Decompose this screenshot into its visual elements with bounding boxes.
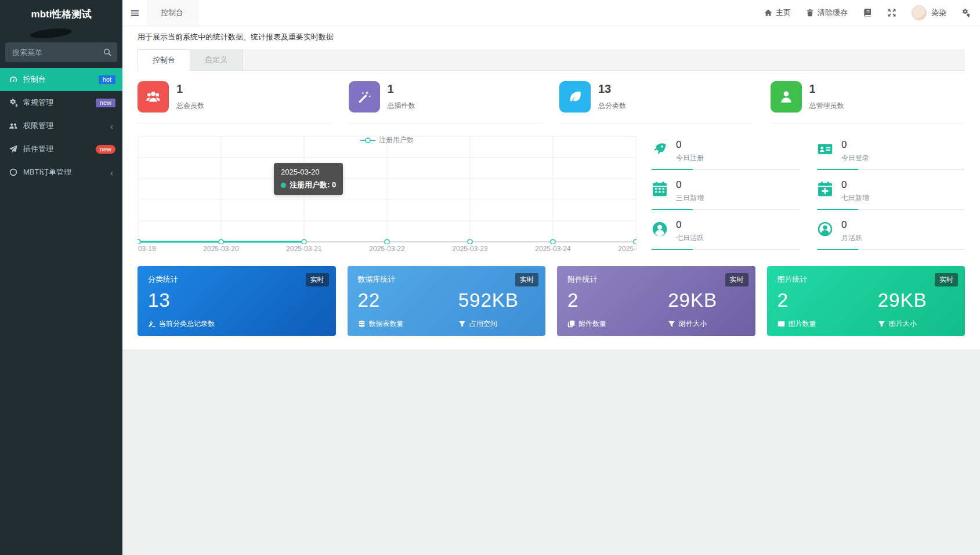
user-icon [779,89,794,104]
language-book-icon[interactable] [863,8,872,17]
chart-canvas [138,134,637,244]
stat-label: 总会员数 [176,101,204,111]
mini-stat-three-day-new: 0 三日新增 [652,176,800,210]
mini-stat-monthly-active: 0 月活跃 [817,216,965,250]
tab-custom[interactable]: 自定义 [190,49,243,70]
leaf-icon [567,89,583,104]
cogs-icon [9,98,18,107]
tooltip-value: 注册用户数: 0 [290,180,336,190]
stat-label: 总管理员数 [809,101,844,111]
sidebar-item-dashboard[interactable]: 控制台 hot [0,68,122,91]
search-input[interactable] [5,42,117,62]
sidebar-toggle-button[interactable] [122,0,147,26]
stat-total-categories: 13 总分类数 [559,81,753,124]
sidebar-item-label: 插件管理 [23,144,96,154]
card-secondary-value: 29KB [668,289,717,311]
card-secondary-label: 图片大小 [878,319,917,329]
user-circle-icon [652,221,668,237]
card-value: 2 [778,289,789,311]
card-secondary-label: 附件大小 [668,319,707,329]
fullscreen-icon[interactable] [887,8,896,17]
gavel-icon [148,320,156,328]
x-axis-label: 2025-03-25 [618,245,637,253]
mini-value: 0 [841,139,965,151]
rocket-icon [652,141,668,157]
x-axis-label: 2025-03-19 [138,245,156,253]
sidebar-item-general[interactable]: 常规管理 new [0,91,122,114]
sidebar-item-label: MBTI订单管理 [23,167,110,177]
tooltip-date: 2025-03-20 [281,168,336,176]
tab-dashboard[interactable]: 控制台 [138,49,190,71]
legend-line-icon [360,137,375,143]
x-axis-label: 2025-03-24 [535,245,570,253]
chevron-left-icon: ‹ [110,168,115,177]
mini-stat-today-registered: 0 今日注册 [652,136,800,170]
mini-value: 0 [841,179,965,191]
mini-label: 月活跃 [841,233,965,243]
search-icon[interactable] [103,48,112,57]
realtime-badge: 实时 [306,273,329,286]
paper-plane-icon [9,144,18,154]
home-link[interactable]: 主页 [764,8,791,18]
card-database-stats: 数据库统计 实时 22 592KB 数据表数量 占用空间 [348,266,546,336]
card-title: 数据库统计 [358,274,396,285]
realtime-badge: 实时 [725,273,748,286]
card-label: 图片数量 [778,319,816,329]
stat-total-members: 1 总会员数 [138,81,331,124]
settings-gears-icon[interactable] [961,8,971,17]
stat-label: 总分类数 [598,101,626,111]
chevron-left-icon: ‹ [110,121,115,131]
legend-label: 注册用户数 [379,135,414,145]
sidebar-item-label: 常规管理 [23,97,96,108]
middle-row: 注册用户数 2025-03-20 注册用户数: 0 2025-03-19 202… [138,134,965,257]
sidebar-item-plugins[interactable]: 插件管理 new [0,137,122,161]
mini-value: 0 [676,139,800,151]
navbar-right: 主页 清除缓存 染染 [764,0,980,26]
sidebar-item-mbti-orders[interactable]: MBTI订单管理 ‹ [0,161,122,184]
trash-icon [806,9,814,17]
chart-legend[interactable]: 注册用户数 [360,135,414,145]
mini-value: 0 [841,219,965,231]
main-content: 用于展示当前系统中的统计数据、统计报表及重要实时数据 控制台 自定义 1 总会员… [122,26,980,555]
page-intro: 用于展示当前系统中的统计数据、统计报表及重要实时数据 [138,30,965,49]
x-axis-label: 2025-03-22 [369,245,404,253]
mini-label: 七日活跃 [676,233,800,243]
user-avatar [912,5,927,20]
x-axis-label: 2025-03-20 [203,245,238,253]
card-category-stats: 分类统计 实时 13 当前分类总记录数 [138,266,336,336]
sidebar-item-permissions[interactable]: 权限管理 ‹ [0,114,122,137]
card-secondary-value: 592KB [458,289,519,311]
filter-icon [668,320,675,328]
stat-total-admins: 1 总管理员数 [771,81,964,124]
stats-row: 1 总会员数 1 总插件数 13 总分类数 1 总管理员数 [138,71,965,124]
mini-label: 今日注册 [676,153,800,163]
clear-cache-label: 清除缓存 [818,8,848,18]
navbar-tab-dashboard[interactable]: 控制台 [147,0,198,26]
copy-icon [567,320,575,328]
sidebar-search [5,42,117,62]
card-value: 13 [148,289,171,311]
new-badge: new [96,145,115,154]
mini-stat-seven-day-active: 0 七日活跃 [652,216,800,250]
card-secondary-value: 29KB [878,289,927,311]
filter-icon [878,320,885,328]
stat-label: 总插件数 [388,101,415,111]
calendar-plus-icon [817,181,833,197]
clear-cache-button[interactable]: 清除缓存 [806,8,848,18]
app-title: mbti性格测试 [0,0,122,28]
home-icon [764,9,772,17]
stat-value: 1 [176,82,204,96]
image-icon [778,320,785,328]
realtime-badge: 实时 [935,273,958,286]
sidebar: mbti性格测试 控制台 hot 常规管理 new 权限管理 ‹ 插件管理 ne… [0,0,122,555]
stat-value: 13 [598,82,626,96]
registered-users-chart[interactable]: 注册用户数 2025-03-20 注册用户数: 0 2025-03-19 202… [138,134,637,257]
mini-label: 今日登录 [841,153,965,163]
mini-label: 七日新增 [841,193,965,203]
users-group-icon [146,89,161,104]
card-value: 2 [567,289,578,311]
content-tabbar: 控制台 自定义 [138,49,965,71]
card-label: 数据表数量 [358,319,404,329]
stat-value: 1 [388,82,415,96]
user-menu[interactable]: 染染 [912,5,946,20]
